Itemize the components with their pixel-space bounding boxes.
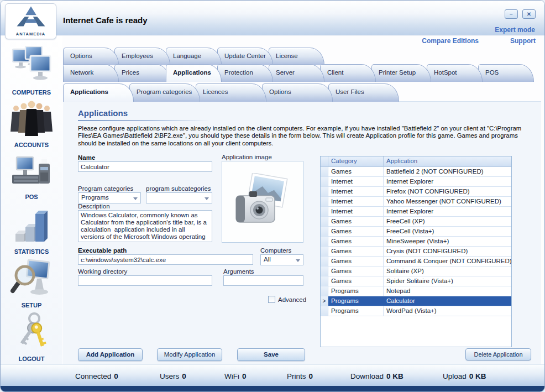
- antamedia-logo-icon: [14, 21, 48, 30]
- app-window: ANTAMEDIA Internet Cafe is ready − ✕ Exp…: [0, 0, 545, 392]
- close-button[interactable]: ✕: [522, 9, 536, 19]
- column-header-category[interactable]: Category: [328, 156, 384, 166]
- program-categories-select[interactable]: Programs: [78, 192, 141, 203]
- delete-application-button[interactable]: Delete Application: [465, 348, 531, 360]
- table-row[interactable]: InternetFirefox (NOT CONFIGURED): [321, 187, 511, 197]
- modify-application-button[interactable]: Modify Application: [157, 348, 222, 361]
- expert-mode-link[interactable]: Expert mode: [495, 26, 535, 34]
- subtab-applications[interactable]: Applications: [63, 83, 134, 102]
- add-application-button[interactable]: Add Application: [78, 348, 143, 361]
- advanced-checkbox-row[interactable]: Advanced: [268, 296, 306, 303]
- advanced-label: Advanced: [278, 296, 306, 303]
- camera-photo-icon: [234, 173, 291, 231]
- close-icon: ✕: [527, 11, 531, 17]
- intro-text: Please configure applications which are …: [78, 125, 538, 147]
- minimize-button[interactable]: −: [505, 9, 518, 19]
- tab-protection[interactable]: Protection: [217, 64, 273, 82]
- status-upload: Upload0 KB: [443, 372, 486, 380]
- tab-printer-setup[interactable]: Printer Setup: [371, 64, 431, 82]
- sidebar-item-label: COMPUTERS: [1, 89, 62, 96]
- column-header-application[interactable]: Application: [384, 156, 511, 166]
- table-row[interactable]: GamesSolitaire (XP): [321, 266, 511, 276]
- subtab-program-categories[interactable]: Program categories: [129, 83, 200, 102]
- arguments-input[interactable]: [223, 275, 303, 286]
- tab-server[interactable]: Server: [269, 64, 324, 82]
- sidebar-item-accounts[interactable]: ACCOUNTS: [1, 100, 62, 148]
- tab-license[interactable]: License: [269, 48, 324, 65]
- setup-icon: [1, 259, 62, 301]
- sidebar-item-label: POS: [1, 194, 62, 200]
- application-image-label: Application image: [222, 154, 272, 160]
- tab-hotspot[interactable]: HotSpot: [427, 64, 483, 82]
- status-connected: Connected0: [75, 372, 118, 380]
- tab-language[interactable]: Language: [166, 48, 222, 65]
- sidebar-item-label: LOGOUT: [1, 356, 62, 362]
- status-users: Users0: [160, 372, 186, 380]
- tab-update-center[interactable]: Update Center: [217, 48, 273, 65]
- support-link[interactable]: Support: [510, 37, 536, 45]
- subtab-options[interactable]: Options: [262, 83, 333, 102]
- tab-network[interactable]: Network: [63, 64, 119, 82]
- tab-prices[interactable]: Prices: [114, 64, 170, 82]
- tab-client[interactable]: Client: [320, 64, 376, 82]
- table-row[interactable]: GamesCrysis (NOT CONFIGURED): [321, 247, 511, 257]
- executable-path-input[interactable]: [78, 254, 253, 265]
- save-button[interactable]: Save: [237, 348, 305, 361]
- compare-editions-link[interactable]: Compare Editions: [422, 37, 479, 45]
- program-subcategories-select[interactable]: [146, 192, 212, 203]
- sidebar-item-pos[interactable]: POS: [1, 154, 62, 200]
- sidebar-item-computers[interactable]: COMPUTERS: [1, 46, 62, 96]
- program-subcategories-label: program subcategories: [146, 185, 211, 192]
- table-row[interactable]: GamesMineSweeper (Vista+): [321, 237, 511, 247]
- logout-icon: [1, 311, 62, 354]
- applications-grid: Category Application GamesBattlefield 2 …: [320, 156, 512, 347]
- program-categories-value: Programs: [81, 194, 109, 201]
- table-row[interactable]: GamesFreeCell (Vista+): [321, 227, 511, 237]
- table-row[interactable]: InternetInternet Explorer: [321, 207, 511, 217]
- tab-pos[interactable]: POS: [478, 64, 534, 82]
- computers-select[interactable]: All: [260, 254, 303, 265]
- selected-row-marker: >: [321, 296, 328, 306]
- table-row[interactable]: GamesFreeCell (XP): [321, 217, 511, 227]
- status-bar: Connected0 Users0 WiFi0 Prints0 Download…: [1, 364, 544, 386]
- chevron-down-icon: [205, 197, 209, 200]
- table-row[interactable]: GamesSpider Solitaire (Vista+): [321, 276, 511, 286]
- computers-label: Computers: [260, 247, 291, 254]
- table-row[interactable]: ProgramsNotepad: [321, 286, 511, 296]
- statistics-icon: [1, 206, 62, 247]
- arguments-label: Arguments: [223, 268, 254, 275]
- table-row[interactable]: InternetInternet Explorer: [321, 177, 511, 187]
- working-directory-input[interactable]: [78, 275, 212, 286]
- chevron-down-icon: [296, 259, 300, 262]
- subtab-licences[interactable]: Licences: [196, 83, 266, 102]
- sidebar-item-label: STATISTICS: [1, 248, 62, 255]
- advanced-checkbox[interactable]: [268, 296, 275, 303]
- minimize-icon: −: [510, 11, 513, 17]
- tab-employees[interactable]: Employees: [114, 48, 170, 65]
- grid-header: Category Application: [321, 156, 511, 167]
- executable-path-label: Executable path: [78, 247, 127, 254]
- status-download: Download0 KB: [350, 372, 403, 380]
- tab-applications[interactable]: Applications: [166, 64, 222, 82]
- tab-row-2: Network Prices Applications Protection S…: [63, 64, 530, 82]
- window-bottom-edge: [1, 386, 544, 392]
- table-row[interactable]: GamesCommand & Conquer (NOT CONFIGURED): [321, 257, 511, 266]
- description-textarea[interactable]: Windows Calculator, commonly known as Ca…: [78, 210, 212, 242]
- sidebar-item-statistics[interactable]: STATISTICS: [1, 206, 62, 255]
- logo-text: ANTAMEDIA: [6, 32, 56, 36]
- application-image-box[interactable]: [222, 161, 303, 243]
- table-row[interactable]: ProgramsWordPad (Vista+): [321, 306, 511, 316]
- name-label: Name: [78, 154, 95, 161]
- sidebar-item-logout[interactable]: LOGOUT: [1, 311, 62, 362]
- sidebar-item-label: ACCOUNTS: [1, 142, 62, 148]
- chevron-down-icon: [133, 197, 138, 200]
- sidebar: COMPUTERS ACCOUNTS: [1, 36, 62, 364]
- table-row-selected[interactable]: >ProgramsCalculator: [321, 296, 511, 306]
- pos-icon: [1, 154, 62, 192]
- sidebar-item-setup[interactable]: SETUP: [1, 259, 62, 309]
- tab-options[interactable]: Options: [63, 48, 119, 65]
- subtab-user-files[interactable]: User Files: [328, 83, 399, 102]
- table-row[interactable]: GamesBattlefield 2 (NOT CONFIGURED): [321, 167, 511, 177]
- name-input[interactable]: [78, 161, 212, 172]
- table-row[interactable]: InternetYahoo Messenger (NOT CONFIGURED): [321, 197, 511, 207]
